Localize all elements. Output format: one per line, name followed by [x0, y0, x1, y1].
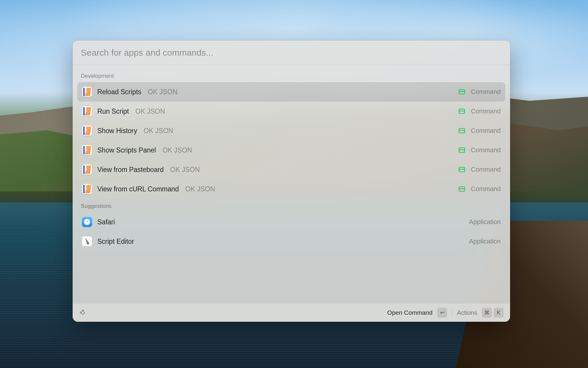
command-type-icon — [458, 166, 466, 173]
okjson-icon — [82, 184, 92, 194]
primary-action-label[interactable]: Open Command — [387, 309, 432, 316]
result-type: Application — [469, 218, 501, 226]
cmd-key-icon: ⌘ — [482, 308, 492, 318]
result-row-view-from-pasteboard[interactable]: View from Pasteboard OK JSON Command — [77, 160, 505, 179]
section-header-suggestions: Suggestions — [77, 199, 505, 212]
result-row-safari[interactable]: Safari Application — [77, 212, 505, 232]
result-row-reload-scripts[interactable]: Reload Scripts OK JSON Command — [77, 82, 505, 102]
footer-bar: Open Command ↩ Actions ⌘ K — [73, 303, 510, 322]
result-type: Command — [471, 185, 501, 193]
result-type: Command — [471, 146, 501, 154]
result-subtitle: OK JSON — [162, 146, 192, 154]
result-type: Command — [471, 127, 501, 135]
result-title: Safari — [97, 218, 115, 226]
actions-label[interactable]: Actions — [457, 309, 477, 316]
okjson-icon — [82, 145, 92, 155]
command-type-icon — [458, 88, 466, 96]
launcher-window: Development Reload Scripts OK JSON Comma… — [73, 41, 510, 322]
footer-divider — [452, 309, 452, 316]
script-editor-icon — [82, 236, 92, 246]
search-input[interactable] — [81, 48, 502, 58]
result-type: Command — [471, 107, 501, 115]
result-row-run-script[interactable]: Run Script OK JSON Command — [77, 102, 505, 121]
enter-key-icon[interactable]: ↩ — [437, 308, 447, 318]
result-row-show-history[interactable]: Show History OK JSON Command — [77, 121, 505, 140]
result-title: Show History — [97, 127, 137, 135]
safari-icon — [82, 217, 92, 227]
result-title: View from Pasteboard — [97, 166, 164, 174]
result-title: View from cURL Command — [97, 185, 179, 193]
result-title: Script Editor — [97, 238, 134, 246]
k-key-icon: K — [494, 308, 504, 318]
result-title: Show Scripts Panel — [97, 146, 156, 154]
result-row-show-scripts-panel[interactable]: Show Scripts Panel OK JSON Command — [77, 140, 505, 160]
result-subtitle: OK JSON — [148, 88, 178, 96]
result-type: Command — [471, 166, 501, 173]
command-type-icon — [458, 127, 466, 135]
result-type: Application — [469, 238, 501, 245]
result-subtitle: OK JSON — [170, 166, 200, 174]
result-title: Run Script — [97, 107, 129, 115]
result-subtitle: OK JSON — [185, 185, 215, 193]
section-header-development: Development — [77, 69, 505, 82]
command-type-icon — [458, 146, 466, 154]
result-row-script-editor[interactable]: Script Editor Application — [77, 232, 505, 251]
raycast-logo-icon — [79, 309, 87, 316]
result-type: Command — [471, 88, 501, 96]
okjson-icon — [82, 87, 92, 97]
command-type-icon — [458, 185, 466, 193]
okjson-icon — [82, 126, 92, 136]
actions-shortcut[interactable]: ⌘ K — [482, 308, 504, 318]
result-title: Reload Scripts — [97, 88, 141, 96]
search-area — [73, 41, 510, 65]
command-type-icon — [458, 107, 466, 115]
okjson-icon — [82, 106, 92, 116]
result-subtitle: OK JSON — [135, 107, 165, 115]
result-subtitle: OK JSON — [143, 127, 173, 135]
okjson-icon — [82, 165, 92, 175]
results-list[interactable]: Development Reload Scripts OK JSON Comma… — [73, 65, 510, 303]
result-row-view-from-curl[interactable]: View from cURL Command OK JSON Command — [77, 179, 505, 199]
